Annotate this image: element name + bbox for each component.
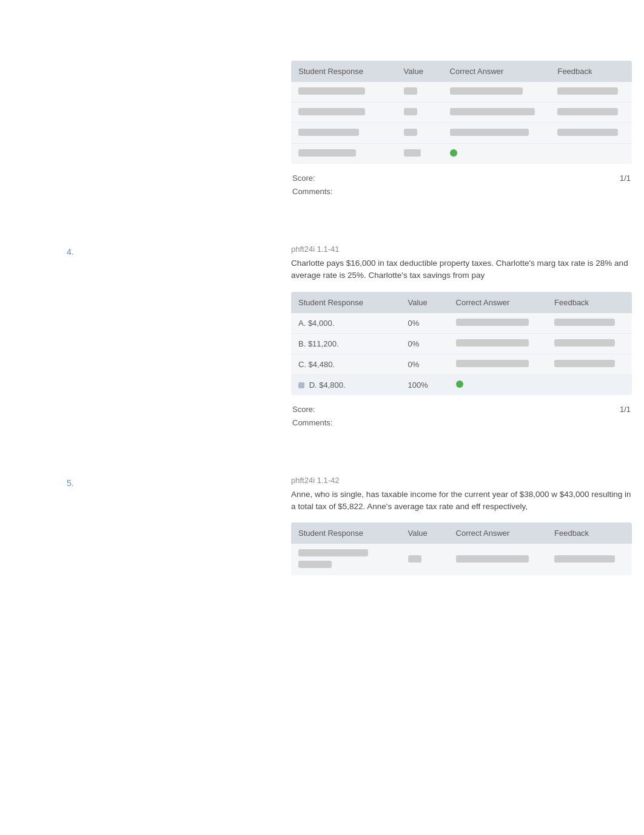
score-row: Score: 1/1 bbox=[291, 405, 632, 414]
question-text-4: Charlotte pays $16,000 in tax deductible… bbox=[291, 257, 632, 282]
value-cell: 100% bbox=[401, 374, 449, 395]
correct-answer-cell bbox=[449, 313, 548, 334]
correct-dot-icon bbox=[456, 380, 463, 388]
blurred-correct bbox=[456, 339, 529, 347]
table-row: D. $4,800. 100% bbox=[291, 374, 632, 395]
comments-label: Comments: bbox=[292, 187, 332, 196]
feedback-cell bbox=[547, 313, 632, 334]
question-id-4: phft24i 1.1-41 bbox=[291, 245, 632, 254]
response-table-3: Student Response Value Correct Answer Fe… bbox=[291, 61, 632, 164]
table-row bbox=[291, 123, 632, 144]
value-cell bbox=[397, 144, 443, 164]
score-label: Score: bbox=[292, 174, 315, 183]
col-header-feedback: Feedback bbox=[550, 61, 632, 82]
correct-dot-icon bbox=[450, 149, 457, 157]
student-response-cell bbox=[291, 103, 397, 123]
table-row: A. $4,000. 0% bbox=[291, 313, 632, 334]
comments-row: Comments: bbox=[291, 186, 632, 196]
blurred-response bbox=[298, 129, 359, 136]
col-header-feedback: Feedback bbox=[547, 522, 632, 544]
correct-answer-cell bbox=[449, 333, 548, 354]
table-row bbox=[291, 544, 632, 575]
blurred-feedback bbox=[557, 108, 618, 115]
question-block-5: 5. phft24i 1.1-42 Anne, who is single, h… bbox=[0, 464, 644, 598]
table-row: C. $4,480. 0% bbox=[291, 354, 632, 374]
blurred-value bbox=[404, 129, 417, 136]
feedback-cell bbox=[547, 333, 632, 354]
page-container: Student Response Value Correct Answer Fe… bbox=[0, 0, 644, 646]
question-id-5: phft24i 1.1-42 bbox=[291, 476, 632, 485]
correct-answer-cell bbox=[443, 123, 551, 144]
score-value: 1/1 bbox=[620, 174, 631, 183]
blurred-correct bbox=[450, 108, 535, 115]
student-response-cell bbox=[291, 82, 397, 103]
student-response-cell bbox=[291, 123, 397, 144]
feedback-cell bbox=[547, 374, 632, 395]
value-cell bbox=[401, 544, 449, 575]
question-content-4: phft24i 1.1-41 Charlotte pays $16,000 in… bbox=[291, 245, 644, 427]
blurred-response-line2 bbox=[298, 561, 332, 568]
question-block-4: 4. phft24i 1.1-41 Charlotte pays $16,000… bbox=[0, 232, 644, 439]
col-header-student: Student Response bbox=[291, 61, 397, 82]
question-number-text-5: 5. bbox=[67, 478, 74, 488]
response-text: D. $4,800. bbox=[309, 380, 346, 390]
feedback-cell bbox=[550, 144, 632, 164]
col-header-correct: Correct Answer bbox=[443, 61, 551, 82]
score-label: Score: bbox=[292, 405, 315, 414]
table-row bbox=[291, 82, 632, 103]
blurred-correct bbox=[456, 555, 529, 563]
blurred-feedback bbox=[554, 555, 615, 563]
blurred-feedback bbox=[554, 360, 615, 367]
question-number-text-4: 4. bbox=[67, 247, 74, 257]
feedback-cell bbox=[550, 103, 632, 123]
question-number-3 bbox=[0, 61, 291, 196]
col-header-correct: Correct Answer bbox=[449, 522, 548, 544]
question-number-4: 4. bbox=[0, 245, 291, 427]
question-content-5: phft24i 1.1-42 Anne, who is single, has … bbox=[291, 476, 644, 586]
comments-label: Comments: bbox=[292, 418, 332, 427]
col-header-value: Value bbox=[401, 292, 449, 313]
value-cell bbox=[397, 123, 443, 144]
blurred-correct bbox=[450, 129, 529, 136]
feedback-cell bbox=[550, 123, 632, 144]
student-response-cell bbox=[291, 544, 401, 575]
student-response-cell: C. $4,480. bbox=[291, 354, 401, 374]
score-row: Score: 1/1 bbox=[291, 174, 632, 183]
blurred-response-line1 bbox=[298, 549, 368, 556]
blurred-response bbox=[298, 149, 356, 157]
col-header-value: Value bbox=[397, 61, 443, 82]
blurred-correct bbox=[456, 360, 529, 367]
blurred-response bbox=[298, 108, 365, 115]
blurred-correct bbox=[456, 319, 529, 326]
value-cell bbox=[397, 82, 443, 103]
blurred-value bbox=[404, 149, 421, 157]
value-cell: 0% bbox=[401, 354, 449, 374]
student-response-cell bbox=[291, 144, 397, 164]
blurred-correct bbox=[450, 87, 523, 95]
correct-answer-cell bbox=[449, 374, 548, 395]
blurred-response bbox=[298, 87, 365, 95]
value-cell: 0% bbox=[401, 333, 449, 354]
correct-answer-cell bbox=[449, 544, 548, 575]
correct-answer-cell bbox=[443, 103, 551, 123]
col-header-student: Student Response bbox=[291, 522, 401, 544]
correct-answer-cell bbox=[449, 354, 548, 374]
table-row bbox=[291, 144, 632, 164]
blurred-feedback bbox=[557, 129, 618, 136]
col-header-correct: Correct Answer bbox=[449, 292, 548, 313]
col-header-value: Value bbox=[401, 522, 449, 544]
student-response-cell: A. $4,000. bbox=[291, 313, 401, 334]
question-block-3: Student Response Value Correct Answer Fe… bbox=[0, 49, 644, 208]
blurred-value bbox=[408, 555, 421, 563]
value-cell: 0% bbox=[401, 313, 449, 334]
comments-row: Comments: bbox=[291, 418, 632, 427]
correct-answer-cell bbox=[443, 144, 551, 164]
student-response-cell: B. $11,200. bbox=[291, 333, 401, 354]
question-number-5: 5. bbox=[0, 476, 291, 586]
student-response-cell: D. $4,800. bbox=[291, 374, 401, 395]
blurred-feedback bbox=[554, 339, 615, 347]
question-content-3: Student Response Value Correct Answer Fe… bbox=[291, 61, 644, 196]
feedback-cell bbox=[550, 82, 632, 103]
selected-indicator bbox=[298, 382, 304, 388]
response-table-4: Student Response Value Correct Answer Fe… bbox=[291, 292, 632, 395]
